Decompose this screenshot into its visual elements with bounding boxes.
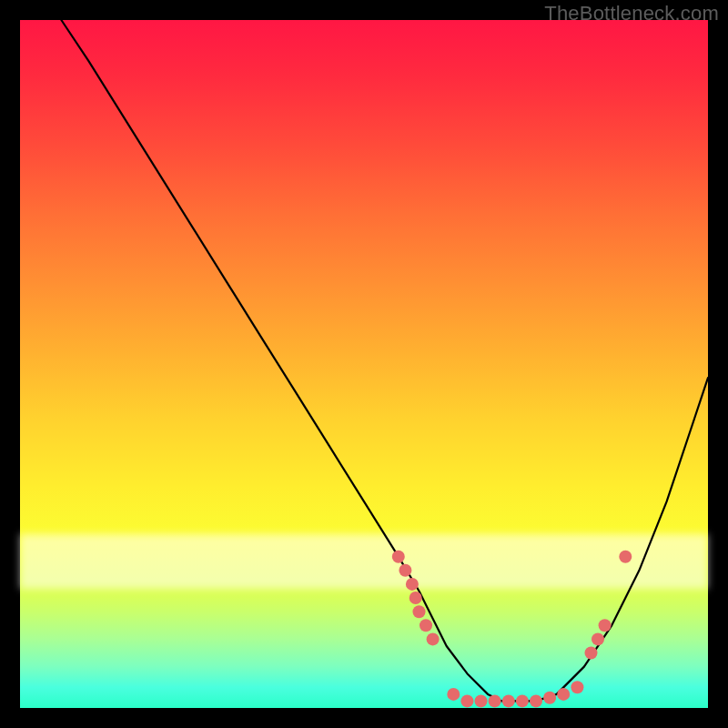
data-point <box>592 632 604 645</box>
data-point <box>410 592 422 604</box>
data-point <box>460 694 473 707</box>
data-point <box>392 551 405 563</box>
data-point <box>585 647 598 660</box>
data-point <box>427 632 440 645</box>
data-point <box>599 619 612 632</box>
data-point <box>420 619 432 632</box>
data-point <box>516 694 529 707</box>
data-points <box>392 551 632 708</box>
data-point <box>543 692 556 704</box>
data-point <box>571 681 583 693</box>
data-point <box>399 564 411 577</box>
plot-svg <box>20 20 708 708</box>
data-point <box>447 688 460 701</box>
data-point <box>619 551 632 563</box>
data-point <box>413 605 426 618</box>
data-point <box>557 688 570 701</box>
data-point <box>489 694 501 707</box>
data-point <box>502 694 515 707</box>
data-point <box>475 694 488 707</box>
bottleneck-curve <box>61 20 708 701</box>
data-point <box>530 694 542 707</box>
data-point <box>406 578 419 591</box>
